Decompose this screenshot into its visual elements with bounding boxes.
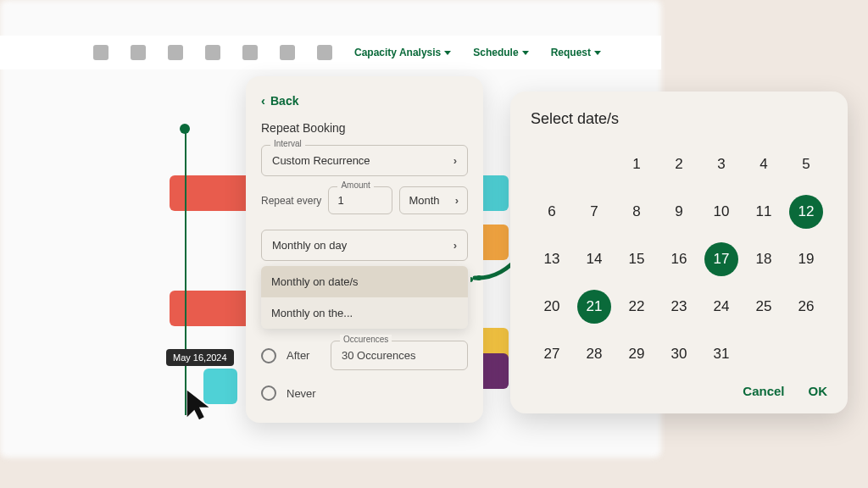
amount-field-label: Amount [337, 180, 373, 190]
date-cell[interactable]: 15 [615, 238, 658, 280]
interval-select[interactable]: Interval Custom Recurrence › [261, 145, 468, 176]
date-cell[interactable]: 26 [785, 286, 827, 328]
end-after-label: After [287, 349, 320, 362]
date-cell[interactable]: 5 [785, 143, 827, 186]
interval-value: Custom Recurrence [272, 154, 370, 167]
date-cell[interactable]: 30 [658, 333, 700, 375]
repeat-booking-panel: ‹ Back Repeat Booking Interval Custom Re… [246, 76, 483, 423]
toolbar-icon [168, 45, 183, 60]
end-never-label: Never [287, 387, 320, 400]
date-cell[interactable]: 6 [531, 191, 573, 233]
date-cell[interactable]: 27 [531, 333, 573, 375]
chevron-down-icon [444, 51, 451, 55]
date-cell-empty [573, 143, 615, 186]
date-cell[interactable]: 19 [785, 238, 827, 280]
monthly-mode-dropdown: Monthly on date/s Monthly on the... [261, 266, 468, 329]
toolbar-icon [280, 45, 295, 60]
menu-schedule[interactable]: Schedule [473, 47, 518, 58]
date-cell[interactable]: 29 [615, 333, 658, 375]
date-cell[interactable]: 31 [700, 333, 743, 375]
toolbar-icon [242, 45, 258, 60]
date-cell[interactable]: 25 [743, 286, 785, 328]
dropdown-item-the[interactable]: Monthly on the... [261, 297, 468, 329]
date-cell[interactable]: 13 [531, 238, 573, 280]
chevron-right-icon: › [453, 239, 457, 252]
date-cell[interactable]: 10 [700, 191, 743, 233]
panel-title: Repeat Booking [246, 121, 483, 135]
date-cell[interactable]: 8 [615, 191, 658, 233]
date-cell[interactable]: 23 [658, 286, 700, 328]
toolbar-icon [317, 45, 332, 60]
amount-input[interactable] [337, 194, 383, 207]
date-cell[interactable]: 2 [658, 143, 700, 186]
blurred-toolbar: Capacity Analysis Schedule Request [0, 36, 661, 69]
date-picker-title: Select date/s [531, 110, 827, 128]
unit-value: Month [409, 194, 439, 207]
toolbar-icon [131, 45, 146, 60]
toolbar-icon [93, 45, 108, 60]
unit-select[interactable]: Month › [399, 186, 468, 214]
date-cell[interactable]: 7 [573, 191, 615, 233]
occurrences-field-label: Occurences [340, 335, 392, 344]
back-icon[interactable]: ‹ [261, 93, 265, 108]
date-cell[interactable]: 18 [743, 238, 785, 280]
monthly-mode-value: Monthly on day [272, 239, 347, 252]
date-cell[interactable]: 22 [615, 286, 658, 328]
date-cell[interactable]: 20 [531, 286, 573, 328]
date-cell[interactable]: 12 [789, 195, 823, 229]
date-cell[interactable]: 28 [573, 333, 615, 375]
date-cell[interactable]: 1 [615, 143, 658, 186]
date-cell[interactable]: 21 [577, 290, 611, 324]
repeat-every-label: Repeat every [261, 195, 321, 207]
date-grid: 1234567891011121314151617181920212223242… [531, 143, 827, 375]
interval-field-label: Interval [270, 139, 305, 148]
toolbar-icon [205, 45, 220, 60]
amount-field[interactable]: Amount [328, 186, 392, 214]
date-picker-popup: Select date/s 12345678910111213141516171… [510, 92, 848, 413]
date-cell[interactable]: 4 [743, 143, 785, 186]
date-cell[interactable]: 17 [704, 242, 738, 276]
ok-button[interactable]: OK [809, 384, 828, 398]
chevron-right-icon: › [453, 154, 457, 167]
dropdown-item-dates[interactable]: Monthly on date/s [261, 266, 468, 297]
occurrences-field[interactable]: Occurences 30 Occurences [331, 341, 468, 370]
date-cell[interactable]: 24 [700, 286, 743, 328]
occurrences-value: 30 Occurences [342, 349, 415, 362]
date-tooltip: May 16,2024 [166, 349, 234, 366]
monthly-mode-select[interactable]: Monthly on day › [261, 230, 468, 261]
menu-capacity[interactable]: Capacity Analysis [354, 47, 441, 58]
end-after-radio[interactable] [261, 348, 276, 363]
back-button[interactable]: Back [270, 94, 298, 108]
date-cell-empty [531, 143, 573, 186]
date-cell[interactable]: 9 [658, 191, 700, 233]
date-cell[interactable]: 3 [700, 143, 743, 186]
timeline-indicator-dot [180, 124, 190, 134]
chevron-down-icon [522, 51, 529, 55]
chevron-right-icon: › [455, 194, 459, 207]
date-cell[interactable]: 16 [658, 238, 700, 280]
cancel-button[interactable]: Cancel [743, 384, 784, 398]
menu-request[interactable]: Request [551, 47, 591, 58]
end-never-radio[interactable] [261, 385, 276, 401]
chevron-down-icon [594, 51, 601, 55]
date-cell[interactable]: 11 [743, 191, 785, 233]
date-cell[interactable]: 14 [573, 238, 615, 280]
timeline-indicator [185, 127, 186, 415]
